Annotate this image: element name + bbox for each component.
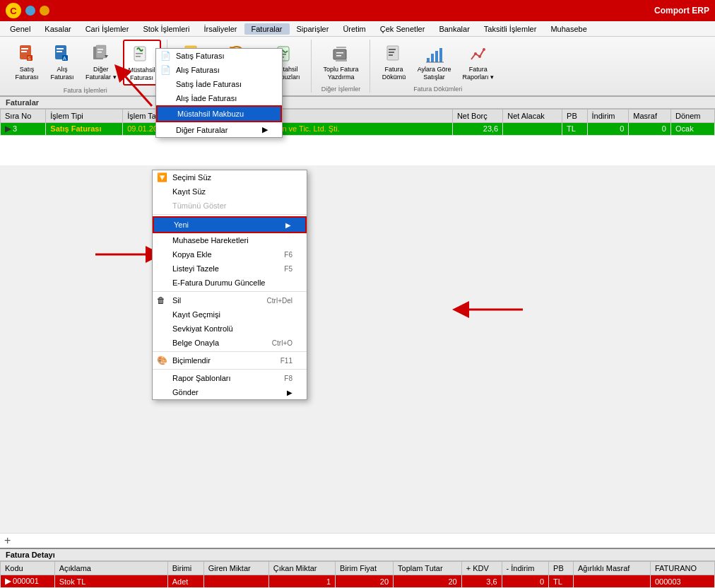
faturalar-section-header: Faturalar — [0, 97, 715, 109]
svg-rect-27 — [333, 49, 346, 59]
ctx-belge-onayla[interactable]: Belge Onayla Ctrl+O — [153, 336, 307, 350]
col-pb: PB — [562, 109, 587, 122]
svg-rect-2 — [21, 51, 27, 52]
cell-net-alacak — [503, 122, 562, 135]
col-net-alacak: Net Alacak — [503, 109, 562, 122]
diger-faturalar-label: DiğerFaturalar ▾ — [85, 66, 117, 81]
svg-rect-35 — [389, 54, 393, 56]
ctx-kayit-gecmisi[interactable]: Kayıt Geçmişi — [153, 307, 307, 322]
ribbon-btn-alis-faturasi[interactable]: A AlışFaturası — [45, 40, 79, 84]
ctx-muhasebe-hareketleri[interactable]: Muhasebe Hareketleri — [153, 233, 307, 247]
ctx-kopya-ekle[interactable]: Kopya Ekle F6 — [153, 247, 307, 261]
svg-rect-13 — [98, 52, 102, 53]
detail-col-agirlikli: Ağırlıklı Masraf — [574, 562, 651, 575]
sub-alis-faturasi[interactable]: 📄 Alış Faturası — [156, 63, 282, 77]
detail-col-cikan: Çıkan Miktar — [268, 562, 335, 575]
sub-diger-arrow: ▶ — [262, 125, 268, 134]
mustahsil-faturasi-label: MüstahsilFaturası — [129, 66, 155, 82]
svg-text:A: A — [63, 56, 66, 61]
menu-siparisler[interactable]: Siparişler — [290, 23, 336, 35]
cell-indirim: 0 — [587, 122, 629, 135]
mustahsil-faturasi-icon — [131, 43, 153, 66]
sub-satis-iade[interactable]: Satış İade Faturası — [156, 77, 282, 91]
bottom-section: + Fatura Detayı Kodu Açıklama Birimi Gir… — [0, 533, 715, 588]
ribbon-btn-satis-faturasi[interactable]: S SatışFaturası — [10, 40, 44, 84]
diger-faturalar-icon — [90, 42, 112, 65]
cell-masraf: 0 — [629, 122, 671, 135]
detail-cell-giren — [203, 575, 268, 588]
ctx-yeni[interactable]: Yeni ▶ — [153, 216, 307, 233]
ctx-kayit-suz[interactable]: Kayıt Süz — [153, 184, 307, 199]
menu-irsaliyeler[interactable]: İrsaliyeler — [196, 23, 244, 35]
ribbon-btn-fatura-dokumu[interactable]: FaturaDökümü — [377, 40, 411, 84]
sil-icon: 🗑 — [157, 295, 165, 305]
sub-satis-faturasi[interactable]: 📄 Satış Faturası — [156, 49, 282, 63]
sub-alis-iade[interactable]: Alış İade Faturası — [156, 91, 282, 105]
svg-rect-7 — [57, 51, 62, 52]
add-row-area[interactable]: + — [0, 533, 715, 548]
col-masraf: Masraf — [629, 109, 671, 122]
svg-rect-12 — [98, 49, 103, 50]
separator-4 — [153, 369, 307, 370]
ctx-secimi-suz[interactable]: 🔽 Seçimi Süz — [153, 170, 307, 184]
alis-faturasi-label: AlışFaturası — [50, 66, 73, 81]
detail-col-kodu: Kodu — [1, 562, 55, 575]
menu-kasalar[interactable]: Kasalar — [37, 23, 78, 35]
secimi-suz-icon: 🔽 — [157, 172, 167, 182]
svg-rect-17 — [136, 56, 141, 57]
ctx-rapor-sablonlari[interactable]: Rapor Şablonları F8 — [153, 371, 307, 385]
col-indirim: İndirim — [587, 109, 629, 122]
svg-rect-37 — [431, 54, 434, 62]
bicimlendi-shortcut: F11 — [280, 357, 292, 365]
ctx-sevkiyat-kontrolu[interactable]: Sevkiyat Kontrolü — [153, 322, 307, 336]
menu-muhasebe[interactable]: Muhasebe — [543, 23, 593, 35]
cell-sira-no: ▶ 3 — [1, 122, 46, 135]
fatura-detay-table: Kodu Açıklama Birimi Giren Miktar Çıkan … — [0, 561, 715, 588]
ribbon-group-fatura-islemleri: S SatışFaturası A AlışFaturası — [4, 40, 167, 94]
gonder-arrow: ▶ — [287, 389, 292, 396]
fatura-raporlari-icon — [467, 42, 490, 65]
app-logo: C — [6, 3, 21, 18]
separator-1 — [153, 214, 307, 215]
ribbon-btn-diger-faturalar[interactable]: DiğerFaturalar ▾ — [81, 40, 122, 84]
maximize-button[interactable] — [40, 6, 49, 16]
col-net-borc: Net Borç — [452, 109, 502, 122]
ctx-e-fatura-durum[interactable]: E-Fatura Durumu Güncelle — [153, 276, 307, 290]
menu-uretim[interactable]: Üretim — [336, 23, 372, 35]
svg-rect-29 — [336, 59, 347, 61]
sub-diger-faturalar[interactable]: Diğer Faturalar ▶ — [156, 122, 282, 137]
menu-faturalar[interactable]: Faturalar — [244, 23, 290, 35]
ribbon-btn-aylara-gore[interactable]: Aylara GöreSatışlar — [413, 40, 456, 84]
fatura-dokumu-label: FaturaDökümü — [382, 66, 406, 81]
sil-shortcut: Ctrl+Del — [267, 297, 292, 305]
detail-table-row[interactable]: ▶ 000001 Stok TL Adet 1 20 20 3,6 0 TL 0… — [1, 575, 715, 588]
menu-cari[interactable]: Cari İşlemler — [78, 23, 136, 35]
ctx-listeyi-tazele[interactable]: Listeyi Tazele F5 — [153, 261, 307, 276]
ctx-sil[interactable]: 🗑 Sil Ctrl+Del — [153, 293, 307, 307]
svg-rect-28 — [336, 47, 346, 48]
ribbon-btn-fatura-raporlari[interactable]: FaturaRaporları ▾ — [457, 40, 499, 84]
fatura-dokumu-icon — [383, 42, 406, 65]
menu-stok[interactable]: Stok İşlemleri — [136, 23, 196, 35]
menu-genel[interactable]: Genel — [3, 23, 37, 35]
menu-taksitli[interactable]: Taksitli İşlemler — [477, 23, 544, 35]
alis-faturasi-icon: A — [51, 42, 73, 65]
table-row[interactable]: ▶ 3 Satış Faturası 09.01.2023 000003 Müş… — [1, 122, 715, 135]
svg-point-43 — [483, 48, 485, 51]
ctx-gonder[interactable]: Gönder ▶ — [153, 385, 307, 399]
sub-mustahsil-makbuzu[interactable]: Müstahsil Makbuzu — [156, 105, 282, 122]
minimize-button[interactable] — [25, 6, 35, 16]
detail-col-toplam: Toplam Tutar — [394, 562, 462, 575]
ctx-bicimlendi[interactable]: 🎨 Biçimlendir F11 — [153, 353, 307, 368]
ribbon-btn-toplu-fatura[interactable]: Toplu FaturaYazdırma — [319, 40, 364, 84]
aylara-gore-label: Aylara GöreSatışlar — [418, 66, 451, 81]
context-menu-box: 🔽 Seçimi Süz Kayıt Süz Tümünü Göster Yen… — [152, 170, 307, 400]
col-sira-no: Sıra No — [1, 109, 46, 122]
menu-cek-senetler[interactable]: Çek Senetler — [373, 23, 432, 35]
app-title: Comport ERP — [654, 6, 709, 16]
menu-bankalar[interactable]: Bankalar — [432, 23, 476, 35]
svg-point-42 — [478, 55, 481, 58]
svg-rect-31 — [336, 55, 341, 57]
svg-rect-16 — [136, 53, 143, 54]
svg-rect-39 — [439, 48, 442, 62]
